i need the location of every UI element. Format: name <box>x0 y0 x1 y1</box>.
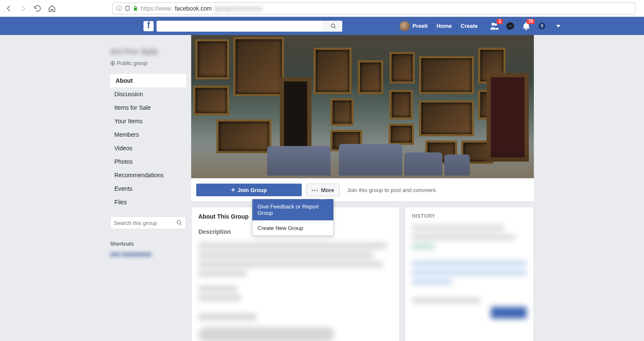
lock-icon <box>133 5 138 11</box>
nav-members[interactable]: Members <box>110 128 186 141</box>
back-button[interactable] <box>4 4 14 13</box>
reload-button[interactable] <box>33 4 42 13</box>
more-dropdown: Give Feedback or Report Group Create New… <box>252 199 334 236</box>
profile-link[interactable]: Preeti <box>395 21 432 31</box>
url-bar[interactable]: ⓘ https://www.facebook.com/groups/xxxxxx… <box>112 3 636 14</box>
search-button[interactable] <box>324 21 342 32</box>
url-prefix: https://www. <box>141 5 172 12</box>
shortcut-item[interactable]: ■■■ ■■■■■■■■■ <box>110 251 186 257</box>
home-button[interactable] <box>47 4 57 13</box>
join-label: Join Group <box>238 187 267 193</box>
ellipsis-icon: ••• <box>311 187 319 193</box>
group-nav: About Discussion Items for Sale Your Ite… <box>110 74 186 209</box>
history-card: HISTORY <box>405 207 534 341</box>
facebook-logo[interactable]: f <box>143 21 154 31</box>
left-sidebar: Art For Sale Public group About Discussi… <box>110 35 186 341</box>
dropdown-create-group[interactable]: Create New Group <box>252 221 333 235</box>
search-group-input[interactable] <box>114 220 176 226</box>
url-host: facebook.com <box>175 5 211 12</box>
actions-bar: + Join Group ••• More Join this group to… <box>191 179 534 202</box>
nav-your-items[interactable]: Your Items <box>110 114 186 128</box>
more-label: More <box>321 187 334 193</box>
search-box[interactable] <box>157 21 342 32</box>
globe-icon <box>110 61 115 66</box>
search-icon <box>176 220 182 226</box>
nav-recommendations[interactable]: Recommendations <box>110 168 186 182</box>
nav-about[interactable]: About <box>110 74 186 87</box>
messenger-icon[interactable] <box>506 22 515 31</box>
join-hint: Join this group to post and comment. <box>347 187 437 193</box>
shield-icon <box>124 5 130 11</box>
history-heading: HISTORY <box>412 213 527 219</box>
notif-badge: 79 <box>527 19 535 24</box>
svg-point-4 <box>177 221 181 224</box>
info-icon: ⓘ <box>116 5 122 12</box>
facebook-topbar: f Preeti Home Create 1 79 ? <box>0 17 644 35</box>
create-link[interactable]: Create <box>456 21 482 31</box>
friend-badge: 1 <box>497 19 503 24</box>
dropdown-report[interactable]: Give Feedback or Report Group <box>252 199 333 220</box>
nav-items-for-sale[interactable]: Items for Sale <box>110 101 186 114</box>
help-icon[interactable]: ? <box>538 22 546 30</box>
shortcuts-heading: Shortcuts <box>110 241 186 247</box>
nav-discussion[interactable]: Discussion <box>110 87 186 101</box>
more-button[interactable]: ••• More <box>306 184 340 196</box>
user-name: Preeti <box>412 23 428 29</box>
cover-photo <box>191 35 534 179</box>
browser-toolbar: ⓘ https://www.facebook.com/groups/xxxxxx… <box>0 0 644 17</box>
nav-events[interactable]: Events <box>110 182 186 195</box>
description-text <box>198 243 392 341</box>
nav-photos[interactable]: Photos <box>110 155 186 168</box>
friend-requests-icon[interactable]: 1 <box>490 22 499 31</box>
history-content <box>412 225 527 303</box>
group-name: Art For Sale <box>110 47 186 57</box>
group-privacy: Public group <box>110 60 186 66</box>
privacy-label: Public group <box>117 60 147 66</box>
svg-text:?: ? <box>540 23 543 29</box>
plus-icon: + <box>231 187 235 193</box>
forward-button[interactable] <box>19 4 28 13</box>
nav-files[interactable]: Files <box>110 195 186 209</box>
account-menu-arrow[interactable] <box>556 25 560 27</box>
home-link[interactable]: Home <box>432 21 456 31</box>
search-input[interactable] <box>157 23 324 30</box>
notifications-icon[interactable]: 79 <box>522 22 531 31</box>
nav-videos[interactable]: Videos <box>110 141 186 155</box>
url-rest: /groups/xxxxxxxxx <box>214 5 262 12</box>
svg-point-0 <box>331 24 334 27</box>
join-group-button[interactable]: + Join Group <box>196 184 302 196</box>
avatar <box>400 21 410 31</box>
search-group-box[interactable] <box>110 217 186 229</box>
